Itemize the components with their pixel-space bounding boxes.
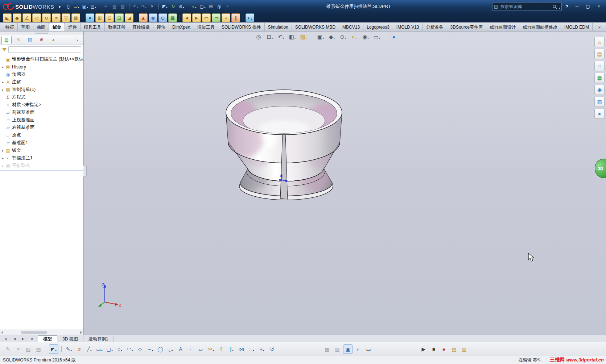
trim-entities-icon[interactable]: ✂ — [207, 345, 215, 353]
dropdown-caret-icon[interactable] — [367, 34, 369, 39]
dropdown-caret-icon[interactable] — [305, 34, 307, 39]
tab-特征[interactable]: 特征 — [2, 23, 18, 31]
convert-entities-icon[interactable]: ⇧ — [217, 345, 226, 353]
lofted-bend-icon[interactable]: ◆ — [13, 13, 21, 22]
expand-arrow-icon[interactable] — [1, 65, 5, 69]
point-icon[interactable]: ∙ — [186, 345, 195, 353]
print-icon[interactable]: ▤ — [90, 3, 97, 10]
dropdown-caret-icon[interactable] — [355, 34, 357, 39]
tree-item[interactable]: ▱右视基准面 — [1, 124, 83, 131]
close-document-icon[interactable]: × — [149, 3, 156, 10]
tab-分析准备[interactable]: 分析准备 — [423, 23, 447, 31]
close-command-manager-icon[interactable]: × — [596, 24, 603, 31]
no-preview-icon[interactable]: ▭ — [364, 345, 373, 353]
straight-slot-icon[interactable]: ▢ — [105, 345, 114, 353]
expand-arrow-icon[interactable] — [1, 88, 5, 92]
panel-splitter[interactable] — [0, 31, 83, 35]
hide-show-items-icon[interactable]: ⊙ — [339, 33, 347, 41]
expand-panel-icon[interactable]: › — [73, 36, 82, 44]
open-icon[interactable]: ▱ — [73, 3, 81, 10]
tree-item[interactable]: ▨钣金 — [1, 147, 83, 154]
dropdown-caret-icon[interactable] — [251, 16, 252, 20]
dropdown-caret-icon[interactable] — [232, 347, 234, 352]
edit-appearance-icon[interactable]: ◐ — [191, 3, 198, 10]
expand-arrow-icon[interactable] — [1, 164, 5, 168]
tree-item[interactable]: ◎传感器 — [1, 71, 83, 78]
tab-数据迁移[interactable]: 数据迁移 — [105, 23, 129, 31]
dropdown-caret-icon[interactable] — [283, 34, 284, 39]
previous-view-icon[interactable]: ↶ — [277, 33, 285, 41]
display-style-icon[interactable]: ◆ — [327, 33, 336, 41]
view-settings-icon[interactable]: ▭ — [372, 33, 381, 41]
play-icon[interactable]: ▶ — [419, 345, 428, 353]
dropdown-caret-icon[interactable] — [95, 4, 96, 9]
minimize-icon[interactable]: ─ — [572, 3, 582, 10]
dropdown-caret-icon[interactable] — [55, 347, 57, 352]
tree-item[interactable]: ▦切割清单(1) — [1, 86, 83, 93]
design-library-icon[interactable]: ▤ — [594, 49, 605, 59]
sketch-icon[interactable]: ✎ — [65, 345, 73, 353]
window-frame-icon[interactable]: ⊞ — [207, 3, 215, 10]
featuremanager-icon[interactable]: ▤ — [1, 36, 12, 44]
custom-properties-icon[interactable]: ▥ — [594, 97, 605, 107]
appearances-icon[interactable]: ◉ — [594, 85, 605, 95]
apply-scene-icon[interactable]: ◉ — [361, 33, 370, 41]
tab-渲染工具[interactable]: 渲染工具 — [194, 23, 218, 31]
view-palette-icon[interactable]: ▦ — [594, 73, 605, 83]
scroll-left-icon[interactable] — [1, 331, 3, 334]
scroll-thumb[interactable] — [21, 331, 47, 334]
vent-icon[interactable]: ▦ — [168, 13, 177, 22]
tab-运动算例1[interactable]: 运动算例1 — [83, 336, 114, 342]
ink-pen-icon[interactable]: ✎ — [4, 345, 12, 353]
tree-item[interactable]: Σ方程式 — [1, 93, 83, 101]
tab-评估[interactable]: 评估 — [153, 23, 169, 31]
expand-arrow-icon[interactable] — [1, 80, 5, 84]
display-grid-icon[interactable]: ▦ — [323, 345, 331, 353]
welded-corner-icon[interactable]: ⊡ — [105, 13, 114, 22]
circle-icon[interactable]: ○ — [115, 345, 124, 353]
dropdown-caret-icon[interactable] — [322, 34, 324, 39]
hem-icon[interactable]: ∪ — [42, 13, 51, 22]
toolbar-expand-icon[interactable]: ▸ — [57, 3, 64, 10]
panel-scrollbar[interactable] — [0, 330, 83, 335]
cut-icon[interactable]: ✂ — [103, 3, 110, 10]
dropdown-caret-icon[interactable] — [182, 4, 184, 9]
tree-item[interactable]: ▱基准面1 — [1, 139, 83, 147]
search-dropdown-icon[interactable] — [558, 3, 560, 10]
dropdown-caret-icon[interactable] — [86, 4, 88, 9]
tree-item[interactable]: ◐扫描法兰1 — [1, 154, 83, 162]
dropdown-caret-icon[interactable] — [78, 4, 79, 9]
configurationmanager-icon[interactable]: ▧ — [25, 36, 35, 43]
close-icon[interactable]: × — [594, 3, 604, 10]
rebuild-icon[interactable]: ↻ — [170, 3, 177, 10]
ink-erase-icon[interactable]: ▨ — [24, 345, 33, 353]
dropdown-caret-icon[interactable] — [333, 34, 335, 39]
tab-Simulation[interactable]: Simulation — [265, 23, 292, 31]
fold-icon[interactable]: ► — [192, 13, 201, 22]
tree-item[interactable]: A注解 — [1, 78, 83, 86]
dropdown-caret-icon[interactable] — [195, 4, 197, 9]
3d-drawing-view-icon[interactable]: ▧ — [299, 33, 308, 41]
dropdown-caret-icon[interactable] — [172, 347, 174, 352]
closed-corner-icon[interactable]: ⊞ — [95, 13, 104, 22]
scroll-next-icon[interactable]: ▸ — [20, 335, 27, 342]
scroll-first-icon[interactable]: « — [2, 335, 9, 342]
miter-flange-icon[interactable]: ◇ — [32, 13, 41, 22]
tree-item[interactable]: ▱前视基准面 — [1, 109, 83, 116]
globe-tool-icon[interactable]: ● — [86, 13, 94, 22]
extruded-cut-icon[interactable]: ⊗ — [149, 13, 157, 22]
tab-MBCV13[interactable]: MBCV13 — [339, 23, 363, 31]
linear-sketch-pattern-icon[interactable]: ∷ — [247, 345, 256, 353]
filter-input[interactable] — [8, 46, 81, 53]
tab-模具工具[interactable]: 模具工具 — [81, 23, 105, 31]
line-icon[interactable]: ╱ — [85, 345, 94, 353]
dropdown-caret-icon[interactable] — [345, 34, 346, 39]
record-icon[interactable]: ● — [440, 345, 448, 353]
jog-icon[interactable]: ≈ — [52, 13, 61, 22]
help-button[interactable]: ? — [565, 4, 568, 9]
model-3d[interactable] — [84, 31, 606, 335]
dropdown-caret-icon[interactable] — [204, 4, 206, 9]
search-input[interactable] — [499, 4, 551, 9]
tab-SOLIDWORKS 插件[interactable]: SOLIDWORKS 插件 — [218, 23, 265, 31]
publish-emodel-icon[interactable]: ▥ — [460, 345, 469, 353]
